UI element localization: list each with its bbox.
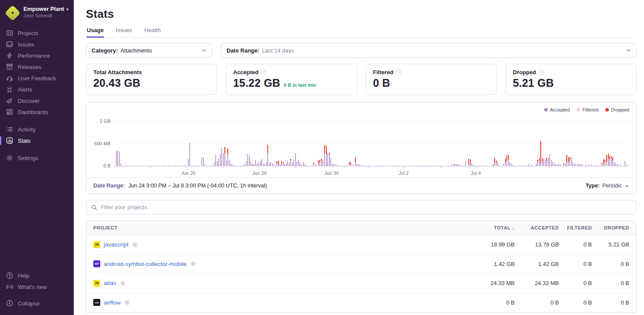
chart-bar[interactable]	[522, 165, 523, 166]
legend-item-filtered[interactable]: Filtered	[577, 107, 598, 112]
chart-bar[interactable]	[270, 162, 271, 166]
chart-bar[interactable]	[284, 164, 285, 166]
chart-bar[interactable]	[272, 164, 273, 166]
chart-bar[interactable]	[473, 165, 474, 166]
chart-bar[interactable]	[572, 162, 573, 166]
chart-bar[interactable]	[542, 159, 543, 166]
chart-bar[interactable]	[119, 151, 120, 166]
chart-bar[interactable]	[597, 165, 598, 166]
chart-bar[interactable]	[333, 164, 334, 166]
chart-bar[interactable]	[281, 161, 282, 166]
chart-bar[interactable]	[569, 157, 570, 166]
chart-bar[interactable]	[250, 162, 251, 166]
chart-bar[interactable]	[339, 165, 340, 166]
chart-bar[interactable]	[468, 159, 469, 166]
chart-bar[interactable]	[465, 161, 466, 166]
project-settings-gear-icon[interactable]	[190, 261, 196, 267]
sidebar-item-help[interactable]: Help	[0, 270, 74, 281]
chart-bar[interactable]	[508, 155, 509, 166]
chart-bar[interactable]	[566, 155, 567, 166]
sidebar-item-user-feedback[interactable]: User Feedback	[0, 72, 74, 84]
legend-item-accepted[interactable]: Accepted	[544, 107, 570, 112]
chart-bar[interactable]	[539, 158, 540, 166]
chart-bar[interactable]	[263, 164, 264, 166]
chart-bar[interactable]	[450, 166, 451, 167]
chart-bar[interactable]	[296, 161, 297, 166]
chart-bar[interactable]	[341, 166, 342, 166]
chart-bar[interactable]	[232, 165, 233, 166]
chart-bar[interactable]	[319, 160, 320, 166]
chart-bar[interactable]	[519, 165, 520, 166]
chart-bar[interactable]	[505, 159, 506, 166]
chart-bar[interactable]	[280, 164, 281, 166]
chart-bar[interactable]	[611, 156, 612, 166]
chart-bar[interactable]	[554, 164, 555, 166]
chart-bar[interactable]	[375, 166, 376, 167]
sidebar-item-what-s-new[interactable]: What's new	[0, 281, 74, 292]
tab-usage[interactable]: Usage	[86, 27, 104, 37]
chart-bar[interactable]	[172, 166, 173, 166]
chart-bar[interactable]	[582, 164, 582, 166]
legend-item-dropped[interactable]: Dropped	[605, 107, 629, 112]
project-settings-gear-icon[interactable]	[120, 280, 126, 286]
chart-bar[interactable]	[355, 158, 356, 166]
project-settings-gear-icon[interactable]	[124, 299, 130, 305]
chart-bar[interactable]	[318, 160, 319, 166]
chart-bar[interactable]	[352, 165, 353, 166]
chart-bar[interactable]	[615, 164, 616, 166]
chart-bar[interactable]	[214, 162, 215, 166]
chart-bar[interactable]	[189, 143, 190, 166]
chart-bar[interactable]	[493, 164, 494, 166]
chart-bar[interactable]	[315, 165, 316, 166]
chart-bar[interactable]	[546, 158, 547, 166]
chart-bar[interactable]	[266, 163, 267, 166]
chart-bar[interactable]	[605, 160, 605, 166]
chart-bar[interactable]	[601, 163, 602, 166]
chart-bar[interactable]	[359, 165, 360, 166]
help-circle-icon[interactable]: ?	[396, 69, 401, 75]
sidebar-item-activity[interactable]: Activity	[0, 124, 74, 135]
project-link[interactable]: atlas	[104, 280, 116, 286]
chart-bar[interactable]	[560, 164, 561, 166]
sidebar-item-releases[interactable]: Releases	[0, 61, 74, 72]
chart-bar[interactable]	[436, 166, 437, 166]
chart-bar[interactable]	[252, 164, 253, 166]
tab-issues[interactable]: Issues	[115, 27, 133, 37]
chart-bar[interactable]	[349, 162, 350, 166]
chart-bar[interactable]	[227, 148, 228, 166]
chart-bar[interactable]	[620, 165, 621, 166]
chart-bar[interactable]	[574, 164, 575, 166]
chart-bar[interactable]	[565, 164, 566, 166]
chart-bar[interactable]	[624, 161, 625, 166]
chart-bar[interactable]	[221, 148, 222, 166]
chart-bar[interactable]	[608, 154, 609, 166]
chart-bar[interactable]	[267, 145, 268, 166]
chart-bar[interactable]	[528, 164, 529, 166]
chart-bar[interactable]	[568, 157, 569, 166]
chart-bar[interactable]	[258, 162, 259, 166]
chart-bar[interactable]	[286, 163, 287, 166]
chart-bar[interactable]	[559, 164, 559, 166]
chart-bar[interactable]	[387, 166, 388, 166]
chart-bar[interactable]	[257, 164, 258, 166]
chart-bar[interactable]	[411, 166, 412, 166]
chart-bar[interactable]	[223, 153, 224, 166]
chart-bar[interactable]	[293, 160, 294, 166]
chart-bar[interactable]	[215, 155, 216, 166]
chart-bar[interactable]	[457, 164, 458, 166]
chart-bar[interactable]	[482, 166, 483, 166]
sidebar-item-stats[interactable]: Stats	[0, 135, 74, 146]
chart-bar[interactable]	[588, 165, 589, 166]
chart-bar[interactable]	[292, 162, 293, 166]
chart-bar[interactable]	[454, 164, 455, 166]
chart-bar[interactable]	[185, 165, 186, 166]
chart-bar[interactable]	[571, 157, 572, 166]
chart-bar[interactable]	[580, 164, 581, 166]
chart-bar[interactable]	[287, 161, 288, 166]
chart-bar[interactable]	[295, 153, 296, 166]
chart-bar[interactable]	[116, 151, 117, 166]
column-header-project[interactable]: PROJECT	[86, 225, 466, 230]
chart-bar[interactable]	[361, 165, 362, 166]
chart-bar[interactable]	[606, 155, 607, 166]
chart-bar[interactable]	[226, 161, 227, 166]
